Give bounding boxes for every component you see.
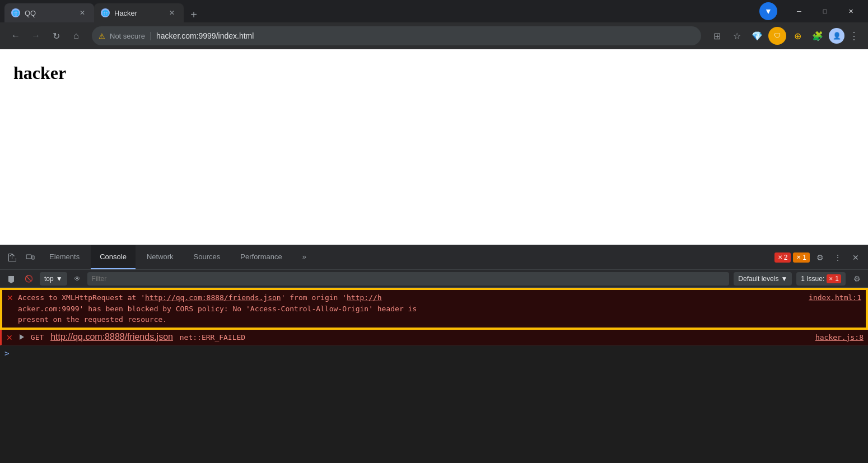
- shields-icon[interactable]: 🛡: [768, 27, 786, 45]
- console-settings-button[interactable]: ⚙: [850, 272, 864, 286]
- profile-avatar[interactable]: 👤: [829, 28, 844, 44]
- nav-tools: ⊞ ☆ 💎 🛡 ⊕ 🧩 👤 ⋮: [708, 27, 861, 45]
- filter-input[interactable]: [87, 272, 730, 286]
- tab-qq[interactable]: 🌐 QQ ✕: [4, 3, 94, 22]
- prompt-symbol: >: [4, 349, 9, 358]
- error-badge[interactable]: ✕ 2: [774, 252, 791, 263]
- get-error-row[interactable]: ✕ GET http://qq.com:8888/friends.json ne…: [0, 330, 868, 345]
- page-title: hacker: [13, 63, 855, 83]
- menu-button[interactable]: ⋮: [847, 30, 861, 42]
- wallet-icon[interactable]: 💎: [748, 27, 766, 45]
- home-button[interactable]: ⌂: [67, 27, 85, 45]
- svg-rect-0: [26, 255, 31, 259]
- expand-icon[interactable]: [20, 334, 24, 340]
- tab-hacker-label: Hacker: [114, 9, 137, 17]
- context-dropdown-icon: ▼: [56, 275, 63, 283]
- eye-button[interactable]: 👁: [72, 272, 83, 286]
- cors-url-link1[interactable]: http://qq.com:8888/friends.json: [145, 293, 281, 302]
- get-error-icon: ✕: [6, 333, 13, 342]
- tab-performance[interactable]: Performance: [231, 245, 291, 269]
- tab-sources[interactable]: Sources: [185, 245, 230, 269]
- tab-qq-close[interactable]: ✕: [77, 8, 87, 18]
- not-secure-label: Not secure: [110, 32, 145, 40]
- window-controls: ─ □ ✕: [786, 2, 864, 20]
- svg-marker-2: [8, 276, 14, 283]
- console-prompt-row[interactable]: >: [0, 345, 868, 361]
- warning-badge[interactable]: ✕ 1: [793, 252, 810, 263]
- get-url-link[interactable]: http://qq.com:8888/friends.json: [50, 332, 173, 342]
- bookmark-icon[interactable]: ☆: [728, 27, 746, 45]
- context-selector[interactable]: top ▼: [40, 272, 67, 286]
- console-input[interactable]: [9, 348, 864, 358]
- get-method: GET: [26, 333, 48, 342]
- warning-count: 1: [802, 254, 806, 261]
- titlebar: 🌐 QQ ✕ 🌐 Hacker ✕ + ▼ ─ □ ✕: [0, 0, 868, 22]
- get-error-source: hacker.js:8: [815, 333, 864, 342]
- tab-network[interactable]: Network: [138, 245, 183, 269]
- navbar: ← → ↻ ⌂ ⚠ Not secure | hacker.com:9999/i…: [0, 22, 868, 49]
- refresh-button[interactable]: ↻: [47, 27, 65, 45]
- tab-console[interactable]: Console: [91, 245, 136, 269]
- levels-dropdown-icon: ▼: [781, 275, 787, 283]
- cors-error-text: Access to XMLHttpRequest at 'http://qq.c…: [18, 292, 861, 325]
- tab-more[interactable]: »: [293, 245, 315, 269]
- minimize-button[interactable]: ─: [786, 2, 812, 20]
- warning-icon: ⚠: [99, 32, 105, 40]
- error-count: 2: [784, 254, 788, 261]
- brave-icon: ▼: [759, 2, 777, 20]
- translate-icon[interactable]: ⊞: [708, 27, 726, 45]
- device-toolbar-button[interactable]: [22, 250, 38, 265]
- tab-hacker-close[interactable]: ✕: [167, 8, 177, 18]
- cors-origin-link[interactable]: http://h: [347, 293, 382, 302]
- tab-qq-icon: 🌐: [11, 8, 20, 17]
- back-button[interactable]: ←: [7, 27, 25, 45]
- tab-hacker[interactable]: 🌐 Hacker ✕: [94, 3, 184, 22]
- filter-button[interactable]: 🚫: [22, 272, 35, 286]
- address-bar[interactable]: ⚠ Not secure | hacker.com:9999/index.htm…: [92, 26, 701, 45]
- tab-hacker-icon: 🌐: [101, 8, 110, 17]
- forward-button[interactable]: →: [27, 27, 45, 45]
- devtools-toolbar: Elements Console Network Sources Perform…: [0, 245, 868, 270]
- levels-selector[interactable]: Default levels ▼: [734, 272, 792, 286]
- clear-console-button[interactable]: [4, 272, 18, 286]
- svg-rect-1: [32, 256, 34, 259]
- tab-elements[interactable]: Elements: [40, 245, 88, 269]
- inspect-element-button[interactable]: [4, 250, 20, 265]
- url-text: hacker.com:9999/index.html: [156, 31, 254, 40]
- new-tab-button[interactable]: +: [186, 7, 202, 22]
- page-content: hacker: [0, 49, 868, 245]
- cors-error-row[interactable]: ✕ Access to XMLHttpRequest at 'http://qq…: [1, 289, 867, 329]
- more-options-button[interactable]: ⋮: [830, 250, 846, 265]
- devtools-panel: Elements Console Network Sources Perform…: [0, 245, 868, 463]
- issues-badge[interactable]: 1 Issue: ✕ 1: [796, 272, 846, 286]
- maximize-button[interactable]: □: [812, 2, 838, 20]
- history-icon[interactable]: ⊕: [788, 27, 806, 45]
- extensions-icon[interactable]: 🧩: [809, 27, 827, 45]
- separator: |: [150, 31, 152, 41]
- tab-list: 🌐 QQ ✕ 🌐 Hacker ✕ +: [4, 0, 759, 22]
- console-toolbar: 🚫 top ▼ 👁 Default levels ▼ 1 Issue: ✕ 1 …: [0, 270, 868, 288]
- get-status: net::ERR_FAILED: [175, 333, 245, 342]
- error-icon: ✕: [7, 293, 13, 302]
- close-button[interactable]: ✕: [838, 2, 864, 20]
- console-content: ✕ Access to XMLHttpRequest at 'http://qq…: [0, 288, 868, 463]
- tab-qq-label: QQ: [25, 9, 36, 17]
- close-devtools-button[interactable]: ✕: [848, 250, 864, 265]
- settings-button[interactable]: ⚙: [812, 250, 828, 265]
